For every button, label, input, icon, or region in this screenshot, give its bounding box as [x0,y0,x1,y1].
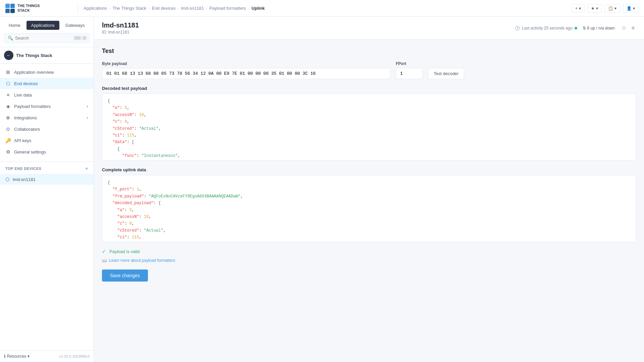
chevron-down-icon: ▾ [579,6,581,11]
add-button[interactable]: + ▾ [572,4,585,13]
device-id: ID: lmd-sn1181 [102,30,139,35]
sidebar: Home Applications Gateways 🔍 Ctrl K ← Th… [0,17,94,362]
k-key: K [82,36,87,40]
sidebar-item-label: Live data [14,93,32,98]
menu-button[interactable]: ≡ [630,23,636,33]
device-actions: ☆ ≡ [620,23,636,33]
sidebar-item-general-settings[interactable]: ⚙ General settings [0,146,94,158]
fport-label: FPort [396,61,423,66]
breadcrumb-current: Uplink [252,6,265,11]
top-end-devices-header: Top end devices + [0,163,94,174]
resources-button[interactable]: ℹ Resources ▾ [4,354,30,359]
sidebar-footer: ℹ Resources ▾ v3.32.0.32b3f88e3 [0,350,94,362]
sidebar-item-collaborators[interactable]: ⊙ Collaborators [0,123,94,135]
chevron-down-icon-bell: ▾ [614,6,616,11]
sidebar-item-application-overview[interactable]: ⊞ Application overview [0,66,94,78]
sidebar-item-end-devices[interactable]: ⬡ End devices [0,78,94,89]
device-list-icon: ⬡ [5,177,9,182]
sidebar-top: Home Applications Gateways 🔍 Ctrl K [0,17,94,47]
breadcrumb-applications[interactable]: Applications [84,6,107,11]
decoded-payload-title: Decoded test payload [102,86,636,91]
sidebar-item-label: Payload formatters [14,104,51,109]
top-end-devices-label: Top end devices [5,167,41,171]
device-meta: 🕐 Last activity 25 seconds ago ⇅ 6 up / … [515,23,636,33]
search-input[interactable] [15,36,71,41]
sidebar-item-live-data[interactable]: ≡ Live data [0,89,94,101]
sidebar-section-title: The Things Stack [16,53,52,58]
tab-home[interactable]: Home [4,21,25,30]
activity-icon: 🕐 [515,26,520,31]
complete-uplink-section: Complete uplink data { "f_port": 1, "frm… [102,167,636,242]
search-icon: 🔍 [8,36,13,41]
user-button[interactable]: 👤 ▾ [623,4,639,13]
tab-gateways[interactable]: Gateways [61,21,90,30]
sidebar-item-label: End devices [14,81,38,86]
page-content: Test Byte payload FPort Test decoder Dec… [94,40,644,290]
payload-row: Byte payload FPort Test decoder [102,61,636,79]
version-text: v3.32.0.32b3f88e3 [59,354,90,358]
breadcrumb-things-stack[interactable]: The Things Stack [112,6,146,11]
integration-icon: ⊕ [5,115,11,120]
sidebar-item-label: General settings [14,149,46,155]
traffic-badge: ⇅ 6 up / n/a down [583,26,615,31]
activity-dot [575,27,577,29]
top-navbar: THE THINGS STACK Applications › The Thin… [0,0,644,17]
complete-uplink-panel: { "f_port": 1, "frm_payload": "AQFoExNoC… [102,175,636,242]
sidebar-item-integrations[interactable]: ⊕ Integrations ▾ [0,112,94,123]
traffic-icon: ⇅ [583,26,586,31]
info-icon: ℹ [4,354,6,359]
brand-name: THE THINGS STACK [17,4,40,12]
decoded-payload-panel: { "a": 5, "accessN": 10, "c": 8, "cStore… [102,94,636,161]
breadcrumb: Applications › The Things Stack › End de… [84,6,568,11]
save-changes-button[interactable]: Save changes [102,269,148,282]
sidebar-item-api-keys[interactable]: 🔑 API keys [0,135,94,146]
breadcrumb-sep-4: › [206,6,207,11]
key-icon: 🔑 [5,138,11,143]
fport-input[interactable] [396,68,423,79]
device-header: lmd-sn1181 ID: lmd-sn1181 🕐 Last activit… [94,17,644,40]
star-button[interactable]: ★ ▾ [587,4,602,13]
sidebar-back[interactable]: ← The Things Stack [0,47,94,64]
traffic-text: 6 up / n/a down [587,26,615,31]
complete-uplink-title: Complete uplink data [102,167,636,172]
notifications-button[interactable]: 📋 ▾ [604,4,620,13]
byte-payload-group: Byte payload [102,61,390,79]
search-shortcut: Ctrl K [73,36,87,40]
sidebar-item-label: API keys [14,138,31,143]
sidebar-item-payload-formatters[interactable]: ◈ Payload formatters ▾ [0,101,94,112]
device-name: lmd-sn1181 [102,21,139,29]
user-icon: 👤 [627,6,632,11]
logo-area: THE THINGS STACK [5,4,72,13]
checkmark-icon: ✓ [102,249,107,254]
tab-applications[interactable]: Applications [26,21,59,30]
add-device-button[interactable]: + [85,166,88,171]
breadcrumb-device-id[interactable]: lmd-sn1181 [181,6,204,11]
test-decoder-button[interactable]: Test decoder [428,68,464,79]
valid-badge: ✓ Payload is valid [102,249,636,254]
breadcrumb-payload-formatters[interactable]: Payload formatters [209,6,246,11]
byte-payload-label: Byte payload [102,61,390,66]
plus-icon: + [575,6,578,11]
settings-icon: ⚙ [5,149,11,155]
chevron-down-icon-user: ▾ [633,6,635,11]
byte-payload-input[interactable] [102,68,390,79]
favorite-button[interactable]: ☆ [620,23,628,33]
back-button[interactable]: ← [4,51,13,60]
sidebar-divider [0,162,94,162]
save-section: Save changes [102,269,636,282]
breadcrumb-sep-1: › [109,6,110,11]
breadcrumb-sep-5: › [248,6,249,11]
book-icon: 📖 [102,258,107,263]
chevron-down-icon: ▾ [87,105,88,108]
fport-group: FPort [396,61,423,79]
search-box: 🔍 Ctrl K [4,33,90,43]
learn-more-link[interactable]: 📖 Learn more about payload formatters [102,258,636,263]
breadcrumb-end-devices[interactable]: End devices [152,6,176,11]
learn-more-text: Learn more about payload formatters [109,258,175,263]
breadcrumb-sep-3: › [178,6,179,11]
top-nav-actions: + ▾ ★ ▾ 📋 ▾ 👤 ▾ [572,4,639,13]
device-list-item[interactable]: ⬡ lmd-sn1181 [0,174,94,185]
sidebar-item-label: Integrations [14,115,37,120]
code-icon: ◈ [5,104,11,109]
list-icon: ≡ [5,92,11,98]
